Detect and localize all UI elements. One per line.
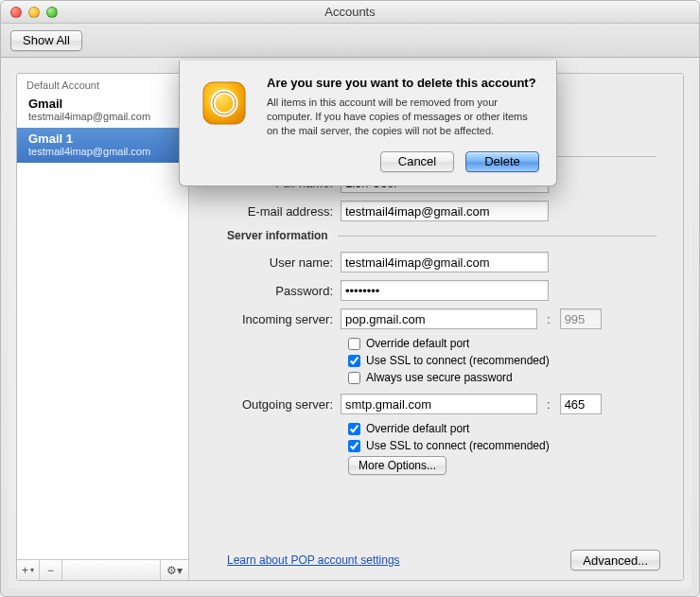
plus-icon: + xyxy=(22,564,28,577)
incoming-port-input[interactable] xyxy=(560,308,602,329)
sidebar-header: Default Account xyxy=(17,74,188,93)
incoming-server-input[interactable] xyxy=(341,308,537,329)
more-options-row: More Options... xyxy=(348,456,683,475)
minimize-window-button[interactable] xyxy=(28,7,40,18)
advanced-button[interactable]: Advanced... xyxy=(570,550,660,571)
port-separator: : xyxy=(543,312,554,326)
password-label: Password: xyxy=(189,284,341,298)
incoming-label: Incoming server: xyxy=(189,312,341,326)
in-secure-row: Always use secure password xyxy=(348,371,683,384)
email-label: E-mail address: xyxy=(189,204,341,219)
account-row[interactable]: Gmail 1 testmail4imap@gmail.com xyxy=(17,128,188,163)
svg-rect-0 xyxy=(203,82,245,124)
sidebar: Default Account Gmail testmail4imap@gmai… xyxy=(17,74,189,580)
learn-link[interactable]: Learn about POP account settings xyxy=(227,553,400,567)
more-options-button[interactable]: More Options... xyxy=(348,456,446,475)
in-secure-checkbox[interactable] xyxy=(348,372,360,384)
divider xyxy=(338,236,656,237)
email-input[interactable] xyxy=(341,201,549,221)
outgoing-port-input[interactable] xyxy=(560,394,602,414)
account-email: testmail4imap@gmail.com xyxy=(28,111,177,122)
username-label: User name: xyxy=(189,255,341,270)
in-ssl-label: Use SSL to connect (recommended) xyxy=(366,354,550,367)
delete-button[interactable]: Delete xyxy=(465,151,539,172)
outgoing-label: Outgoing server: xyxy=(189,397,341,412)
account-row[interactable]: Gmail testmail4imap@gmail.com xyxy=(17,93,188,128)
out-override-row: Override default port xyxy=(348,422,683,435)
dialog-buttons: Cancel Delete xyxy=(197,151,539,172)
outlook-icon xyxy=(197,76,252,131)
out-override-label: Override default port xyxy=(366,422,469,435)
gear-icon: ⚙▾ xyxy=(166,564,183,577)
out-override-checkbox[interactable] xyxy=(348,423,360,435)
bottom-row: Learn about POP account settings Advance… xyxy=(227,550,660,571)
sidebar-footer: +▾ − ⚙▾ xyxy=(17,559,188,580)
account-list: Default Account Gmail testmail4imap@gmai… xyxy=(17,74,188,559)
remove-account-button[interactable]: − xyxy=(40,560,62,581)
show-all-button[interactable]: Show All xyxy=(10,30,82,51)
password-input[interactable] xyxy=(341,280,549,301)
out-ssl-row: Use SSL to connect (recommended) xyxy=(348,439,683,452)
username-input[interactable] xyxy=(341,252,549,272)
cancel-button[interactable]: Cancel xyxy=(380,151,454,172)
outgoing-server-input[interactable] xyxy=(341,394,537,414)
out-ssl-label: Use SSL to connect (recommended) xyxy=(366,439,550,452)
account-name: Gmail xyxy=(28,97,177,111)
dialog-heading: Are you sure you want to delete this acc… xyxy=(267,76,539,90)
account-email: testmail4imap@gmail.com xyxy=(28,146,177,157)
in-override-label: Override default port xyxy=(366,337,469,350)
dialog-message: All items in this account will be remove… xyxy=(267,96,539,138)
in-ssl-checkbox[interactable] xyxy=(348,355,360,367)
account-actions-button[interactable]: ⚙▾ xyxy=(160,560,188,581)
in-secure-label: Always use secure password xyxy=(366,371,513,384)
server-section-label: Server information xyxy=(189,229,338,242)
window-controls xyxy=(1,7,58,18)
add-account-button[interactable]: +▾ xyxy=(17,560,40,581)
port-separator: : xyxy=(543,397,554,412)
minus-icon: − xyxy=(47,564,54,577)
dialog-text: Are you sure you want to delete this acc… xyxy=(267,76,539,138)
toolbar: Show All xyxy=(1,24,699,58)
out-ssl-checkbox[interactable] xyxy=(348,440,360,452)
zoom-window-button[interactable] xyxy=(46,7,58,18)
close-window-button[interactable] xyxy=(10,7,22,18)
in-override-checkbox[interactable] xyxy=(348,338,360,350)
account-name: Gmail 1 xyxy=(28,132,177,146)
confirm-delete-dialog: Are you sure you want to delete this acc… xyxy=(179,61,557,186)
titlebar: Accounts xyxy=(1,1,699,24)
accounts-window: Accounts Show All Default Account Gmail … xyxy=(0,0,700,597)
in-ssl-row: Use SSL to connect (recommended) xyxy=(348,354,683,367)
window-title: Accounts xyxy=(1,5,699,19)
in-override-row: Override default port xyxy=(348,337,683,350)
